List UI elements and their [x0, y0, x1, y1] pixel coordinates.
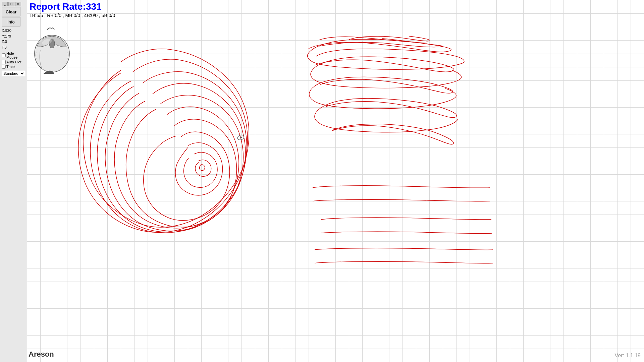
hide-mouse-checkbox-row[interactable]: Hide Mouse	[2, 51, 25, 59]
z-coord: Z:0	[2, 39, 11, 45]
auto-plot-checkbox[interactable]	[2, 60, 6, 64]
minimize-button[interactable]: _	[2, 2, 8, 6]
auto-plot-label: Auto Plot	[6, 60, 21, 64]
y-coord: Y:179	[2, 34, 11, 39]
coordinates-display: X:930 Y:179 Z:0 T:0	[2, 28, 11, 50]
window-controls: _ □ ×	[2, 2, 21, 6]
hide-mouse-label: Hide Mouse	[6, 51, 25, 59]
brand-left: Areson	[29, 350, 54, 359]
x-coord: X:930	[2, 28, 11, 34]
auto-plot-checkbox-row[interactable]: Auto Plot	[2, 60, 21, 64]
brand-right: Ver: 1.1.19	[615, 353, 641, 359]
maximize-button[interactable]: □	[8, 2, 14, 6]
left-panel: _ □ × Clear Info X:930 Y:179 Z:0 T:0 Hid…	[0, 0, 27, 362]
mouse-image	[30, 27, 74, 74]
report-rate-value: 331	[86, 1, 102, 12]
report-rate-label: Report Rate:	[30, 1, 86, 12]
track-checkbox[interactable]	[2, 65, 6, 69]
button-status-display: LB:5/5 , RB:0/0 , MB:0/0 , 4B:0/0 , 5B:0…	[30, 13, 115, 18]
top-info-bar: Report Rate:331 LB:5/5 , RB:0/0 , MB:0/0…	[27, 0, 644, 20]
info-button[interactable]: Info	[2, 17, 20, 26]
track-checkbox-row[interactable]: Track	[2, 65, 15, 69]
report-rate-display: Report Rate:331	[30, 1, 102, 12]
clear-button[interactable]: Clear	[2, 7, 20, 16]
track-label: Track	[6, 65, 15, 69]
test-mode-dropdown[interactable]: Standard Test Circle Test Line Test	[2, 71, 25, 76]
canvas-area[interactable]	[27, 0, 644, 362]
hide-mouse-checkbox[interactable]	[2, 53, 6, 57]
t-coord: T:0	[2, 45, 11, 50]
close-button[interactable]: ×	[15, 2, 21, 6]
